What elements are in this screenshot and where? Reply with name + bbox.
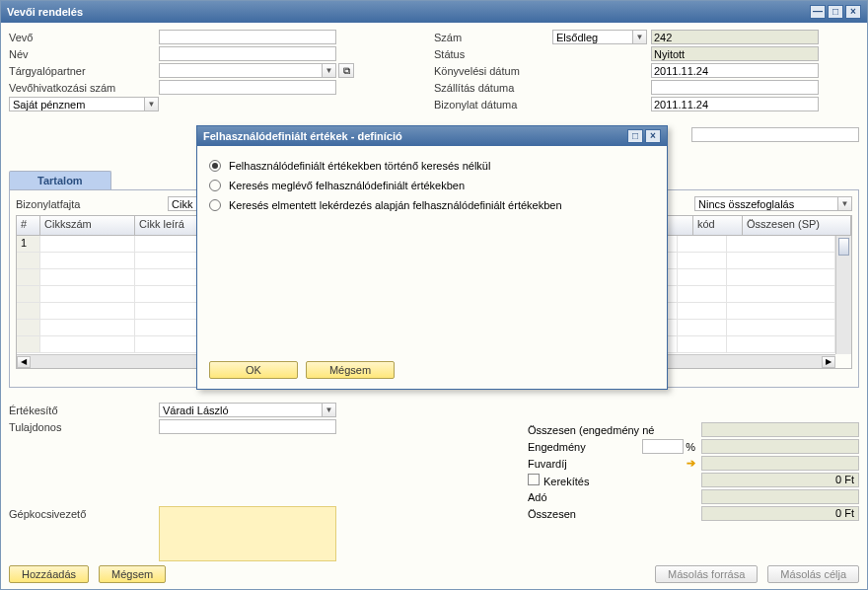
ado-value [701,489,859,504]
chevron-down-icon: ▼ [322,404,335,416]
status-value [651,46,819,61]
vevoszam-input[interactable] [159,80,336,95]
penznem-select[interactable]: Saját pénznem▼ [9,97,159,111]
label-ado: Adó [528,491,701,503]
targyalo-select[interactable]: ▼ [159,63,336,78]
radio-icon [209,199,221,211]
maximize-icon[interactable]: □ [828,5,843,19]
label-status: Státus [434,48,552,60]
label-vevo: Vevő [9,32,159,43]
radio-option-1[interactable]: Felhasználódefiniált értékekben történő … [209,156,655,176]
dialog-titlebar[interactable]: Felhasználódefiniált értékek - definíció… [197,126,667,146]
summary-select[interactable]: Nincs összefoglalás▼ [694,196,852,211]
masolas-forrasa-button[interactable]: Másolás forrása [655,565,758,583]
nev-input[interactable] [159,46,336,61]
minimize-icon[interactable]: — [810,5,826,19]
scroll-left-icon[interactable]: ◀ [17,356,31,368]
targyalo-details-button[interactable]: ⧉ [338,63,354,78]
chevron-down-icon: ▼ [322,64,335,77]
radio-icon [209,160,221,172]
tab-tartalom[interactable]: Tartalom [9,171,111,189]
totals-panel: Összesen (engedmény né Engedmény% Fuvard… [528,421,859,522]
szam-value[interactable] [651,30,819,44]
label-kerekites: Kerekítés [528,474,701,487]
udf-dialog: Felhasználódefiniált értékek - definíció… [196,125,668,390]
col-num[interactable]: # [17,216,40,235]
radio-option-2[interactable]: Keresés meglévő felhasználódefiniált ért… [209,176,655,195]
label-nev: Név [9,48,159,60]
scroll-right-icon[interactable]: ▶ [822,356,835,368]
ertekesito-select[interactable]: Váradi László▼ [159,403,336,417]
chevron-down-icon: ▼ [632,31,646,43]
dialog-title: Felhasználódefiniált értékek - definíció [203,130,402,142]
label-fuvar: Fuvardíj [528,458,687,470]
osszesen-eng-value [701,422,859,437]
label-targyalo: Tárgyalópartner [9,65,159,77]
label-tulajdonos: Tulajdonos [9,421,159,433]
close-icon[interactable]: × [845,5,861,19]
radio-option-3[interactable]: Keresés elmentett lekérdezés alapján fel… [209,195,655,215]
dialog-close-icon[interactable]: × [645,129,661,143]
megsem-button[interactable]: Mégsem [99,565,166,583]
dialog-megsem-button[interactable]: Mégsem [306,361,395,379]
bizonylat-value[interactable] [651,97,819,111]
kerekites-checkbox[interactable] [528,474,540,485]
kerekites-value: 0 Ft [701,473,859,487]
label-szam: Szám [434,32,552,43]
col-cikkszam[interactable]: Cikkszám [40,216,135,235]
gepkocsi-field[interactable] [159,506,336,561]
label-vevoszam: Vevőhivatkozási szám [9,82,159,94]
arrow-right-icon[interactable]: ➔ [687,457,695,470]
label-ertekesito: Értékesítő [9,405,159,416]
label-bizonylat: Bizonylat dátuma [434,99,552,111]
masolas-celja-button[interactable]: Másolás célja [767,565,859,583]
col-kod[interactable]: kód [693,216,743,235]
scroll-thumb[interactable] [838,238,849,256]
vertical-scrollbar[interactable] [835,236,851,354]
szam-select[interactable]: Elsődleg▼ [552,30,647,44]
chevron-down-icon: ▼ [837,197,851,210]
window-title: Vevői rendelés [7,6,808,18]
osszesen-value: 0 Ft [701,506,859,521]
engedmeny-value [701,439,859,454]
konyv-value[interactable] [651,63,819,78]
vevo-input[interactable] [159,30,336,44]
extra-right-input[interactable] [691,127,859,142]
label-bizonylatfajta: Bizonylatfajta [16,198,164,210]
label-engedmeny: Engedmény [528,441,642,453]
label-konyv: Könyvelési dátum [434,65,552,77]
tulajdonos-input[interactable] [159,419,336,434]
engedmeny-input[interactable] [642,439,684,454]
szallitas-value[interactable] [651,80,819,95]
hozzaadas-button[interactable]: Hozzáadás [9,565,89,583]
main-window: Vevői rendelés — □ × Vevő Név Tárgyalópa… [0,0,868,590]
col-osszesen[interactable]: Összesen (SP) [743,216,851,235]
label-osszesen: Összesen [528,508,701,520]
label-szallitas: Szállítás dátuma [434,82,552,94]
dialog-maximize-icon[interactable]: □ [627,129,643,143]
radio-icon [209,180,221,191]
chevron-down-icon: ▼ [144,98,158,111]
label-gepkocsi: Gépkocsivezető [9,506,159,520]
dialog-ok-button[interactable]: OK [209,361,298,379]
titlebar[interactable]: Vevői rendelés — □ × [1,1,867,23]
fuvar-value[interactable] [701,456,859,471]
col-leiras[interactable]: Cikk leírá [135,216,204,235]
label-osszesen-eng: Összesen (engedmény né [528,424,701,436]
